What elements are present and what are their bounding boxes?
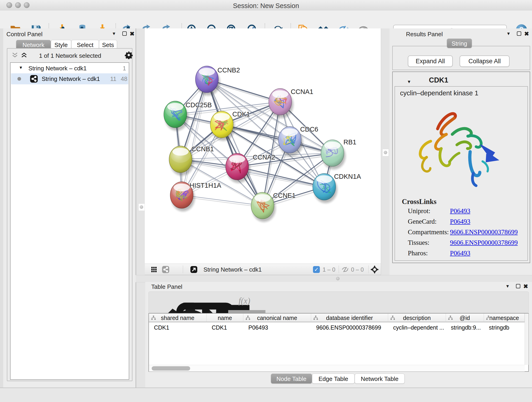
network-options-gear-icon[interactable] bbox=[125, 51, 133, 59]
window-title: Session: New Session bbox=[0, 2, 532, 10]
table-panel-float-icon[interactable] bbox=[516, 284, 520, 288]
table-cell[interactable]: cyclin–dependent ... bbox=[393, 323, 444, 332]
network-view-title: String Network – cdk1 bbox=[203, 266, 262, 273]
collapse-all-button[interactable]: Collapse All bbox=[460, 56, 510, 67]
tree-column-icon bbox=[245, 315, 251, 321]
tab-network-table[interactable]: Network Table bbox=[355, 374, 405, 384]
crosshair-icon[interactable] bbox=[370, 265, 379, 274]
node-label-CCNB1: CCNB1 bbox=[191, 145, 214, 153]
network-node-CDC25B[interactable] bbox=[164, 101, 188, 131]
cytoscape-window: Session: New Session ? Control Panel ▼ ✖… bbox=[0, 0, 532, 402]
eye-slash-icon[interactable] bbox=[341, 266, 349, 274]
tree-column-icon bbox=[313, 315, 318, 321]
tree-column-icon bbox=[151, 315, 156, 321]
column-header-@id[interactable]: @id bbox=[446, 313, 484, 322]
column-header-canonical-name[interactable]: canonical name bbox=[243, 313, 311, 322]
collapse-triangle-icon[interactable]: ▼ bbox=[19, 65, 23, 70]
network-view-toolbar: String Network – cdk1 ✓ 1 – 0 0 – 0 bbox=[145, 264, 381, 275]
crosslink-link-pharos[interactable]: P06493 bbox=[450, 249, 470, 257]
selected-count: 1 – 0 bbox=[323, 266, 336, 273]
network-node-CCNE1[interactable] bbox=[251, 192, 276, 222]
results-panel-close-icon[interactable]: ✖ bbox=[524, 31, 529, 37]
detach-view-icon[interactable] bbox=[190, 265, 198, 274]
table-hscroll[interactable] bbox=[149, 365, 525, 371]
crosslink-link-tissues[interactable]: 9606.ENSP00000378699 bbox=[450, 239, 518, 246]
left-splitter-handle[interactable] bbox=[138, 204, 145, 211]
gene-detail-box: cyclin–dependent kinase 1 CrossLinks bbox=[394, 86, 528, 261]
control-panel-title: Control Panel bbox=[6, 31, 43, 38]
bottom-splitter[interactable] bbox=[136, 275, 532, 282]
table-cell[interactable]: 9606.ENSP00000378699 bbox=[316, 323, 386, 332]
share-view-icon[interactable] bbox=[162, 266, 170, 274]
node-label-HIST1H1A: HIST1H1A bbox=[190, 182, 221, 189]
protein-structure-image bbox=[403, 100, 506, 189]
column-header-description[interactable]: description bbox=[388, 313, 446, 322]
node-label-CDKN1A: CDKN1A bbox=[334, 173, 361, 180]
results-panel-float-icon[interactable] bbox=[517, 32, 521, 36]
tab-string[interactable]: String bbox=[447, 38, 472, 48]
expand-all-button[interactable]: Expand All bbox=[408, 56, 453, 67]
network-node-CDKN1A[interactable] bbox=[313, 173, 337, 203]
column-header-name[interactable]: name bbox=[207, 313, 243, 322]
crosslink-link-genecard[interactable]: P06493 bbox=[450, 218, 470, 225]
collection-count: 1 bbox=[116, 65, 126, 72]
column-header-namespace[interactable]: namespace bbox=[484, 313, 525, 322]
node-label-RB1: RB1 bbox=[343, 138, 356, 146]
selected-checkbox-icon[interactable]: ✓ bbox=[313, 266, 320, 273]
network-row-selected[interactable]: String Network – cdk1 11 48 bbox=[11, 73, 128, 84]
network-node-CCNA2[interactable] bbox=[226, 153, 250, 183]
results-panel-menu-icon[interactable]: ▼ bbox=[506, 31, 511, 36]
network-row-label: String Network – cdk1 bbox=[42, 75, 100, 83]
network-collection-label: String Network – cdk1 bbox=[28, 65, 87, 72]
table-cell[interactable]: P06493 bbox=[248, 323, 309, 332]
table-hscroll-thumb[interactable] bbox=[152, 366, 190, 370]
table-cell[interactable]: stringdb bbox=[489, 323, 523, 332]
bottom-splitter-handle[interactable] bbox=[336, 277, 340, 280]
crosslink-link-uniprot[interactable]: P06493 bbox=[450, 207, 470, 215]
column-header-shared-name[interactable]: shared name bbox=[149, 313, 207, 322]
network-node-CDC6[interactable] bbox=[278, 127, 303, 156]
status-bar: Memory bbox=[0, 388, 532, 402]
right-splitter-handle[interactable] bbox=[382, 149, 389, 156]
table-vscroll[interactable] bbox=[525, 313, 529, 365]
hidden-count: 0 – 0 bbox=[351, 266, 364, 273]
network-edge-count: 48 bbox=[118, 75, 127, 83]
network-collection-row[interactable]: ▼ String Network – cdk1 1 bbox=[11, 63, 128, 73]
network-status-dot-icon bbox=[17, 77, 21, 81]
network-selection-summary: 1 of 1 Network selected bbox=[7, 52, 133, 59]
node-label-CCNA2: CCNA2 bbox=[253, 153, 275, 161]
control-panel-close-icon[interactable]: ✖ bbox=[130, 31, 134, 37]
grid-view-icon[interactable] bbox=[151, 266, 157, 273]
string-network-badge-icon bbox=[30, 75, 38, 83]
crosslink-link-compartments[interactable]: 9606.ENSP00000378699 bbox=[450, 228, 518, 236]
table-cell[interactable]: CDK1 bbox=[154, 323, 205, 332]
column-header-database-identifier[interactable]: database identifier bbox=[311, 313, 388, 322]
network-node-RB1[interactable] bbox=[321, 140, 346, 169]
table-panel-menu-icon[interactable]: ▼ bbox=[505, 284, 510, 289]
tree-column-icon bbox=[448, 315, 453, 321]
table-cell[interactable]: CDK1 bbox=[212, 323, 241, 332]
table-cell[interactable]: stringdb:9... bbox=[451, 323, 482, 332]
tab-edge-table[interactable]: Edge Table bbox=[312, 374, 355, 384]
control-panel-float-icon[interactable] bbox=[122, 32, 127, 36]
node-label-CCNA1: CCNA1 bbox=[291, 88, 313, 95]
entry-collapse-triangle-icon[interactable]: ▼ bbox=[407, 79, 411, 84]
node-label-CDC6: CDC6 bbox=[300, 126, 318, 133]
node-label-CCNE1: CCNE1 bbox=[273, 192, 296, 199]
right-splitter[interactable] bbox=[381, 28, 390, 275]
network-canvas[interactable]: CCNB2CCNA1CDC25BCDK1CDC6RB1CCNB1CCNA2CDK… bbox=[145, 28, 381, 264]
gene-name: CDK1 bbox=[429, 76, 448, 84]
crosslink-label: Pharos: bbox=[408, 249, 428, 257]
control-panel-menu-icon[interactable]: ▼ bbox=[112, 31, 116, 36]
tree-column-icon bbox=[486, 315, 491, 321]
left-splitter[interactable] bbox=[136, 28, 145, 388]
node-label-CCNB2: CCNB2 bbox=[217, 66, 240, 74]
crosslinks-title: CrossLinks bbox=[402, 198, 437, 206]
tab-node-table[interactable]: Node Table bbox=[271, 374, 312, 384]
table-panel-close-icon[interactable]: ✖ bbox=[523, 283, 528, 290]
network-node-CDK1[interactable] bbox=[210, 111, 235, 141]
gene-description: cyclin–dependent kinase 1 bbox=[400, 89, 478, 97]
network-tree: ▼ String Network – cdk1 1 String Network… bbox=[10, 62, 129, 380]
tree-column-icon bbox=[390, 315, 395, 321]
main-toolbar: ? bbox=[0, 11, 532, 29]
